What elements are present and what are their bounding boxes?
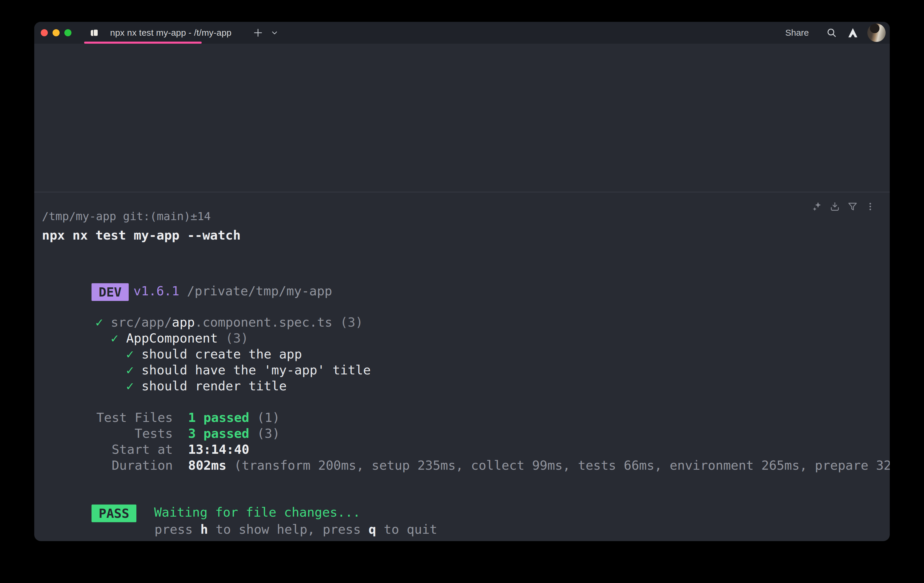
- minimize-button[interactable]: [53, 29, 59, 36]
- test-case-label: should render title: [142, 379, 287, 393]
- warp-logo-icon[interactable]: [847, 27, 858, 38]
- command-block: /tmp/my-app git:(main)±14 npx nx test my…: [34, 193, 890, 541]
- chevron-down-icon[interactable]: [271, 29, 278, 36]
- watch-help-line: press h to show help, press q to quit: [42, 506, 437, 541]
- maximize-button[interactable]: [64, 29, 71, 36]
- tab-title: npx nx test my-app - /t/my-app: [110, 28, 231, 38]
- search-icon[interactable]: [826, 27, 837, 38]
- project-path: /private/tmp/my-app: [187, 283, 332, 298]
- help-text: press h to show help, press q to quit: [154, 522, 437, 537]
- tabbar-right-cluster: Share: [785, 24, 890, 42]
- active-tab-indicator: [84, 41, 201, 44]
- download-icon[interactable]: [830, 201, 840, 212]
- shell-prompt: /tmp/my-app git:(main)±14: [42, 208, 211, 224]
- check-icon: ✓: [126, 379, 134, 393]
- vitest-version: v1.6.1: [134, 283, 179, 298]
- user-avatar[interactable]: [867, 24, 886, 42]
- key-q: q: [368, 522, 376, 537]
- file-test-count: (3): [340, 315, 363, 329]
- active-tab[interactable]: npx nx test my-app - /t/my-app: [85, 22, 236, 44]
- new-tab-button[interactable]: [253, 28, 263, 38]
- close-button[interactable]: [41, 29, 48, 36]
- scrollback-area: [34, 44, 890, 192]
- pages-icon: [89, 28, 99, 38]
- summary-label: Duration: [87, 457, 173, 473]
- summary-extra: (3): [257, 426, 280, 441]
- tab-bar: npx nx test my-app - /t/my-app Share: [34, 22, 890, 44]
- traffic-lights: [41, 29, 71, 36]
- terminal-window: npx nx test my-app - /t/my-app Share: [34, 22, 890, 541]
- command-text[interactable]: npx nx test my-app --watch: [42, 227, 241, 243]
- summary-value: 802ms: [188, 458, 226, 473]
- sparkles-icon[interactable]: [812, 201, 822, 212]
- share-button[interactable]: Share: [785, 28, 809, 38]
- kebab-menu-icon[interactable]: [865, 201, 876, 212]
- filter-icon[interactable]: [847, 201, 858, 212]
- key-h: h: [200, 522, 208, 537]
- block-toolbar: [812, 201, 876, 212]
- summary-row-duration: Duration802ms(transform 200ms, setup 235…: [42, 441, 890, 489]
- summary-extra: (transform 200ms, setup 235ms, collect 9…: [234, 458, 890, 473]
